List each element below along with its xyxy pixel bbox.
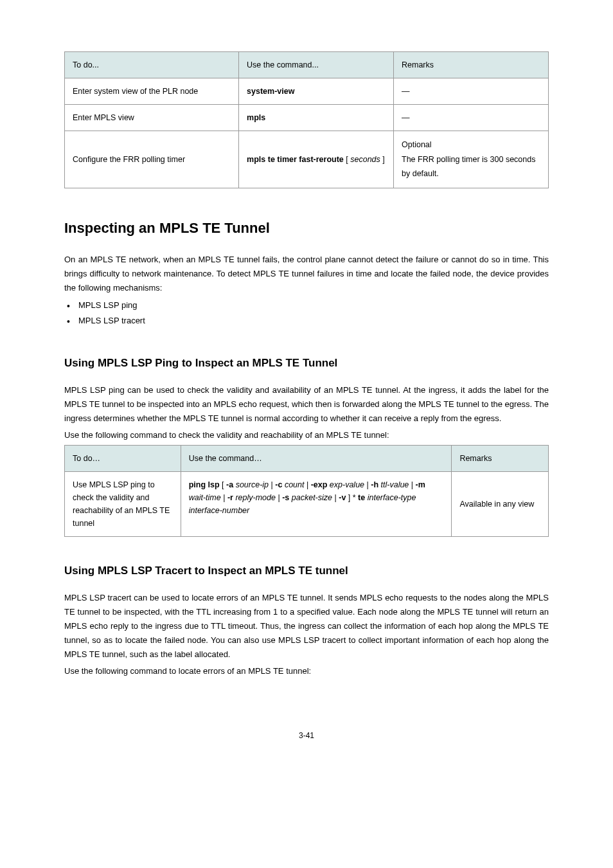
remarks-cell: Optional The FRR polling timer is 300 se… [394, 131, 549, 188]
bullet-list: MPLS LSP ping MPLS LSP tracert [64, 298, 549, 329]
subsection-heading: Using MPLS LSP Ping to Inspect an MPLS T… [64, 355, 549, 372]
paragraph: MPLS LSP ping can be used to check the v… [64, 383, 549, 426]
table-row: Enter system view of the PLR node system… [65, 78, 549, 105]
cmd-keyword: -a [226, 480, 233, 489]
remarks-line: Optional [402, 138, 540, 152]
table-header-row: To do... Use the command... Remarks [65, 52, 549, 78]
cmd-argument: count [282, 480, 306, 489]
table-row: Configure the FRR polling timer mpls te … [65, 131, 549, 188]
cmd-argument: source-ip [233, 480, 271, 489]
table-header: Use the command... [239, 52, 394, 78]
table-header: Remarks [452, 446, 549, 472]
cmd-keyword: -m [416, 480, 425, 489]
cmd-keyword: -h [371, 480, 378, 489]
cmd-bracket: ] [382, 155, 384, 164]
cmd-argument: ttl-value [378, 480, 411, 489]
command-cell: ping lsp [ -a source-ip | -c count | -ex… [181, 472, 452, 537]
paragraph: MPLS LSP tracert can be used to locate e… [64, 591, 549, 662]
cmd-sep: | [411, 480, 416, 489]
list-item: MPLS LSP tracert [78, 313, 549, 329]
table-header: Use the command… [181, 446, 452, 472]
table-row: Enter MPLS view mpls — [65, 105, 549, 131]
table-header-row: To do… Use the command… Remarks [65, 446, 549, 472]
section-heading: Inspecting an MPLS TE Tunnel [64, 217, 549, 239]
cmd-argument: packet-size [289, 493, 334, 502]
cmd-argument: wait-time [189, 493, 223, 502]
task-cell: Configure the FRR polling timer [65, 131, 239, 188]
remarks-line: The FRR polling timer is 300 seconds by … [402, 152, 540, 181]
cmd-keyword: -v [339, 493, 346, 502]
cmd-keyword: -c [275, 480, 282, 489]
remarks-cell: — [394, 105, 549, 131]
cmd-bracket: [ [346, 155, 348, 164]
paragraph: Use the following command to check the v… [64, 428, 549, 442]
remarks-cell: Available in any view [452, 472, 549, 537]
cmd-sep: | [306, 480, 311, 489]
paragraph: Use the following command to locate erro… [64, 664, 549, 678]
config-table: To do... Use the command... Remarks Ente… [64, 51, 549, 188]
cmd-keyword: ping lsp [189, 480, 220, 489]
cmd-keyword: -s [282, 493, 289, 502]
paragraph: On an MPLS TE network, when an MPLS TE t… [64, 253, 549, 295]
command-table: To do… Use the command… Remarks Use MPLS… [64, 445, 549, 537]
task-cell: Use MPLS LSP ping to check the validity … [65, 472, 181, 537]
cmd-argument: exp-value [327, 480, 366, 489]
command-cell: mpls te timer fast-reroute [ seconds ] [239, 131, 394, 188]
table-row: Use MPLS LSP ping to check the validity … [65, 472, 549, 537]
task-cell: Enter system view of the PLR node [65, 78, 239, 105]
task-cell: Enter MPLS view [65, 105, 239, 131]
table-header: To do… [65, 446, 181, 472]
cmd-sep: | [223, 493, 227, 502]
cmd-argument: seconds [350, 155, 380, 164]
subsection-heading: Using MPLS LSP Tracert to Inspect an MPL… [64, 563, 549, 579]
command-cell: mpls [239, 105, 394, 131]
cmd-keyword: te [356, 493, 366, 502]
page-number: 3-41 [64, 730, 549, 741]
command-cell: system-view [239, 78, 394, 105]
cmd-bracket: [ [220, 480, 226, 489]
cmd-keyword: mpls te timer fast-reroute [247, 155, 344, 164]
list-item: MPLS LSP ping [78, 298, 549, 314]
cmd-keyword: -r [227, 493, 233, 502]
cmd-keyword: -exp [311, 480, 328, 489]
cmd-argument: reply-mode [233, 493, 278, 502]
remarks-cell: — [394, 78, 549, 105]
cmd-bracket: ] * [346, 493, 355, 502]
table-header: To do... [65, 52, 239, 78]
table-header: Remarks [394, 52, 549, 78]
